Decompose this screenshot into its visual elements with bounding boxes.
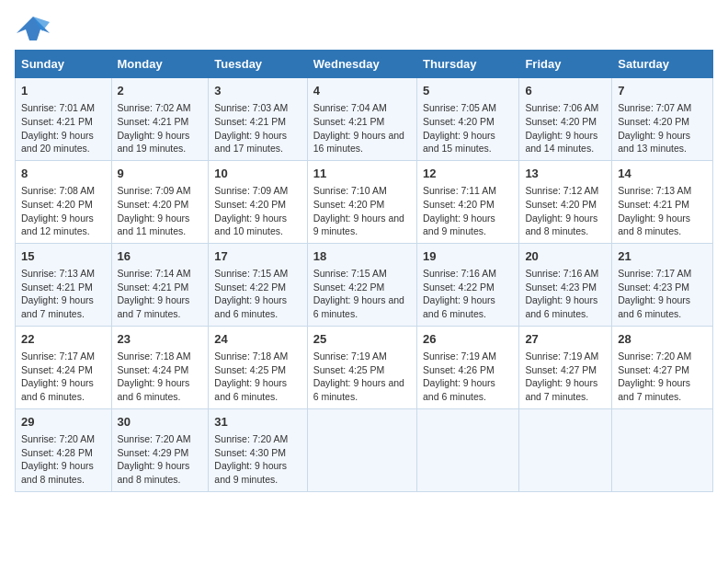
calendar-cell: 13Sunrise: 7:12 AMSunset: 4:20 PMDayligh… — [519, 160, 612, 243]
calendar-cell: 15Sunrise: 7:13 AMSunset: 4:21 PMDayligh… — [16, 243, 112, 326]
page-header — [15, 15, 713, 40]
day-number: 6 — [525, 83, 606, 99]
day-number: 13 — [525, 166, 606, 182]
day-info: Sunrise: 7:17 AMSunset: 4:23 PMDaylight:… — [618, 268, 691, 319]
calendar-cell: 21Sunrise: 7:17 AMSunset: 4:23 PMDayligh… — [612, 243, 713, 326]
day-number: 30 — [118, 414, 203, 431]
day-info: Sunrise: 7:05 AMSunset: 4:20 PMDaylight:… — [423, 102, 496, 154]
calendar-cell: 20Sunrise: 7:16 AMSunset: 4:23 PMDayligh… — [519, 243, 612, 326]
calendar-cell: 28Sunrise: 7:20 AMSunset: 4:27 PMDayligh… — [612, 326, 713, 408]
header-friday: Friday — [519, 51, 612, 78]
day-number: 21 — [618, 248, 707, 265]
calendar-cell: 2Sunrise: 7:02 AMSunset: 4:21 PMDaylight… — [111, 78, 209, 161]
calendar-cell: 5Sunrise: 7:05 AMSunset: 4:20 PMDaylight… — [417, 78, 519, 161]
calendar-cell: 24Sunrise: 7:18 AMSunset: 4:25 PMDayligh… — [209, 326, 307, 408]
day-info: Sunrise: 7:16 AMSunset: 4:23 PMDaylight:… — [525, 268, 598, 319]
calendar-cell: 3Sunrise: 7:03 AMSunset: 4:21 PMDaylight… — [209, 78, 307, 161]
calendar-cell: 22Sunrise: 7:17 AMSunset: 4:24 PMDayligh… — [16, 326, 112, 408]
calendar-cell — [612, 408, 713, 491]
calendar-cell: 11Sunrise: 7:10 AMSunset: 4:20 PMDayligh… — [307, 160, 416, 243]
day-info: Sunrise: 7:18 AMSunset: 4:24 PMDaylight:… — [118, 350, 191, 402]
day-number: 22 — [21, 331, 106, 348]
day-info: Sunrise: 7:13 AMSunset: 4:21 PMDaylight:… — [618, 185, 691, 236]
calendar-cell: 16Sunrise: 7:14 AMSunset: 4:21 PMDayligh… — [111, 243, 209, 326]
day-info: Sunrise: 7:20 AMSunset: 4:30 PMDaylight:… — [214, 433, 288, 485]
day-number: 28 — [618, 331, 707, 348]
day-number: 14 — [618, 166, 707, 182]
header-saturday: Saturday — [612, 51, 713, 78]
calendar-cell: 12Sunrise: 7:11 AMSunset: 4:20 PMDayligh… — [417, 160, 519, 243]
header-thursday: Thursday — [417, 51, 519, 78]
day-number: 9 — [118, 166, 203, 182]
calendar-cell: 19Sunrise: 7:16 AMSunset: 4:22 PMDayligh… — [417, 243, 519, 326]
day-info: Sunrise: 7:04 AMSunset: 4:21 PMDaylight:… — [313, 102, 404, 154]
day-info: Sunrise: 7:12 AMSunset: 4:20 PMDaylight:… — [525, 185, 598, 236]
day-info: Sunrise: 7:17 AMSunset: 4:24 PMDaylight:… — [21, 350, 95, 402]
calendar-cell: 9Sunrise: 7:09 AMSunset: 4:20 PMDaylight… — [111, 160, 209, 243]
day-info: Sunrise: 7:19 AMSunset: 4:25 PMDaylight:… — [313, 350, 404, 402]
calendar-week-row: 22Sunrise: 7:17 AMSunset: 4:24 PMDayligh… — [16, 326, 713, 408]
calendar-week-row: 1Sunrise: 7:01 AMSunset: 4:21 PMDaylight… — [16, 78, 713, 161]
svg-marker-0 — [17, 17, 50, 40]
day-info: Sunrise: 7:06 AMSunset: 4:20 PMDaylight:… — [525, 102, 598, 154]
day-number: 27 — [525, 331, 606, 348]
day-info: Sunrise: 7:09 AMSunset: 4:20 PMDaylight:… — [214, 185, 288, 236]
day-info: Sunrise: 7:07 AMSunset: 4:20 PMDaylight:… — [618, 102, 691, 154]
day-number: 2 — [118, 83, 203, 99]
day-info: Sunrise: 7:02 AMSunset: 4:21 PMDaylight:… — [118, 102, 191, 154]
day-info: Sunrise: 7:20 AMSunset: 4:28 PMDaylight:… — [21, 433, 95, 485]
logo — [15, 15, 55, 40]
header-monday: Monday — [111, 51, 209, 78]
calendar-cell — [417, 408, 519, 491]
day-number: 24 — [214, 331, 301, 348]
calendar-cell — [519, 408, 612, 491]
calendar-cell: 30Sunrise: 7:20 AMSunset: 4:29 PMDayligh… — [111, 408, 209, 491]
day-info: Sunrise: 7:03 AMSunset: 4:21 PMDaylight:… — [214, 102, 288, 154]
calendar-cell: 17Sunrise: 7:15 AMSunset: 4:22 PMDayligh… — [209, 243, 307, 326]
day-number: 29 — [21, 414, 106, 431]
header-wednesday: Wednesday — [307, 51, 416, 78]
day-number: 10 — [214, 166, 301, 182]
calendar-cell: 31Sunrise: 7:20 AMSunset: 4:30 PMDayligh… — [209, 408, 307, 491]
day-number: 31 — [214, 414, 301, 431]
day-number: 17 — [214, 248, 301, 265]
day-info: Sunrise: 7:14 AMSunset: 4:21 PMDaylight:… — [118, 268, 191, 319]
day-number: 4 — [313, 83, 411, 99]
day-number: 12 — [423, 166, 513, 182]
calendar-cell: 6Sunrise: 7:06 AMSunset: 4:20 PMDaylight… — [519, 78, 612, 161]
calendar-cell — [307, 408, 416, 491]
header-sunday: Sunday — [16, 51, 112, 78]
day-number: 8 — [21, 166, 106, 182]
day-number: 7 — [618, 83, 707, 99]
day-info: Sunrise: 7:10 AMSunset: 4:20 PMDaylight:… — [313, 185, 404, 236]
logo-icon — [15, 15, 51, 40]
day-number: 23 — [118, 331, 203, 348]
calendar-table: SundayMondayTuesdayWednesdayThursdayFrid… — [15, 50, 713, 492]
calendar-cell: 1Sunrise: 7:01 AMSunset: 4:21 PMDaylight… — [16, 78, 112, 161]
calendar-week-row: 29Sunrise: 7:20 AMSunset: 4:28 PMDayligh… — [16, 408, 713, 491]
day-info: Sunrise: 7:08 AMSunset: 4:20 PMDaylight:… — [21, 185, 95, 236]
day-info: Sunrise: 7:20 AMSunset: 4:29 PMDaylight:… — [118, 433, 191, 485]
day-number: 11 — [313, 166, 411, 182]
day-info: Sunrise: 7:15 AMSunset: 4:22 PMDaylight:… — [214, 268, 288, 319]
day-number: 26 — [423, 331, 513, 348]
day-info: Sunrise: 7:09 AMSunset: 4:20 PMDaylight:… — [118, 185, 191, 236]
calendar-week-row: 15Sunrise: 7:13 AMSunset: 4:21 PMDayligh… — [16, 243, 713, 326]
calendar-cell: 26Sunrise: 7:19 AMSunset: 4:26 PMDayligh… — [417, 326, 519, 408]
day-info: Sunrise: 7:11 AMSunset: 4:20 PMDaylight:… — [423, 185, 496, 236]
calendar-cell: 27Sunrise: 7:19 AMSunset: 4:27 PMDayligh… — [519, 326, 612, 408]
day-number: 5 — [423, 83, 513, 99]
calendar-cell: 4Sunrise: 7:04 AMSunset: 4:21 PMDaylight… — [307, 78, 416, 161]
calendar-cell: 18Sunrise: 7:15 AMSunset: 4:22 PMDayligh… — [307, 243, 416, 326]
calendar-cell: 10Sunrise: 7:09 AMSunset: 4:20 PMDayligh… — [209, 160, 307, 243]
day-info: Sunrise: 7:01 AMSunset: 4:21 PMDaylight:… — [21, 102, 95, 154]
day-number: 25 — [313, 331, 411, 348]
calendar-cell: 23Sunrise: 7:18 AMSunset: 4:24 PMDayligh… — [111, 326, 209, 408]
day-info: Sunrise: 7:20 AMSunset: 4:27 PMDaylight:… — [618, 350, 691, 402]
calendar-week-row: 8Sunrise: 7:08 AMSunset: 4:20 PMDaylight… — [16, 160, 713, 243]
day-info: Sunrise: 7:16 AMSunset: 4:22 PMDaylight:… — [423, 268, 496, 319]
calendar-cell: 8Sunrise: 7:08 AMSunset: 4:20 PMDaylight… — [16, 160, 112, 243]
header-tuesday: Tuesday — [209, 51, 307, 78]
day-number: 20 — [525, 248, 606, 265]
day-info: Sunrise: 7:13 AMSunset: 4:21 PMDaylight:… — [21, 268, 95, 319]
